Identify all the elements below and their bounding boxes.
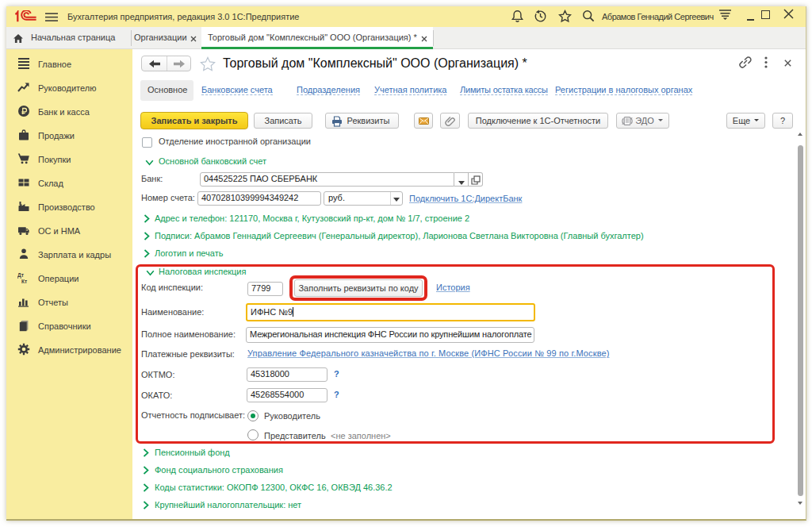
svg-text:Кт: Кт: [21, 279, 27, 284]
svg-text:Дт: Дт: [17, 272, 24, 279]
